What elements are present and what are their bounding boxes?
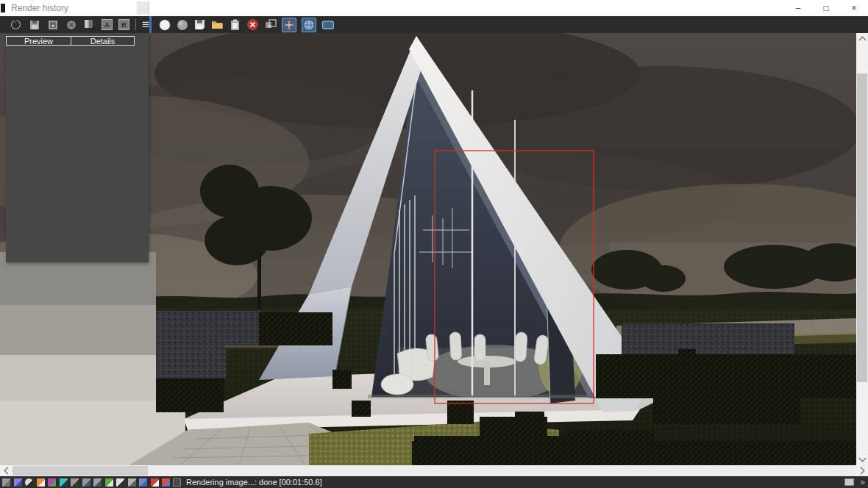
set-b-icon[interactable]: B: [118, 19, 129, 30]
bars-red-blue-icon[interactable]: [162, 478, 170, 487]
window-icon[interactable]: [2, 478, 10, 487]
vertical-scrollbar[interactable]: [856, 33, 868, 465]
app-icon: [1, 4, 5, 12]
toolbar-separator: [135, 19, 136, 30]
gray-sphere-icon[interactable]: [176, 18, 188, 31]
track-mouse-icon[interactable]: [302, 18, 316, 32]
status-right: »: [844, 478, 865, 487]
power-icon[interactable]: [10, 18, 22, 31]
pan-tool-icon[interactable]: [282, 18, 296, 32]
tab-preview[interactable]: Preview: [6, 36, 71, 46]
minimize-button[interactable]: –: [784, 0, 812, 16]
magenta-green-icon[interactable]: [48, 478, 56, 487]
scroll-left-arrow[interactable]: [0, 465, 13, 476]
mountain-icon[interactable]: [71, 478, 79, 487]
panel-tabs: Preview Details: [6, 36, 135, 46]
gear-icon[interactable]: [93, 478, 102, 487]
clipboard-icon[interactable]: [229, 18, 241, 31]
scroll-up-arrow[interactable]: [856, 33, 868, 45]
remove-entry-icon[interactable]: [65, 18, 77, 31]
diagonal-blue-icon[interactable]: [82, 478, 90, 487]
save-icon[interactable]: [28, 18, 40, 31]
open-folder-icon[interactable]: [211, 18, 224, 31]
region-render-icon[interactable]: [321, 18, 334, 31]
window-title: Render history: [11, 3, 68, 13]
status-message: Rendering image...: done [00:01:50.6]: [186, 478, 322, 487]
close-button[interactable]: ×: [840, 0, 868, 16]
vfb-window: { "window": { "title": "Render history",…: [0, 0, 868, 488]
maximize-button[interactable]: □: [812, 0, 840, 16]
scroll-right-arrow[interactable]: [855, 465, 868, 476]
orange-stripe-icon[interactable]: [37, 478, 45, 487]
white-sphere-icon[interactable]: [158, 18, 171, 31]
h-red-icon[interactable]: [151, 478, 159, 487]
photo-green-icon[interactable]: [105, 478, 113, 487]
status-icon-strip: [0, 478, 170, 487]
toolbar-row: A B ≡: [0, 16, 868, 33]
grid-gray-icon[interactable]: [128, 478, 136, 487]
blue-tile-icon[interactable]: [139, 478, 147, 487]
overflow-icon[interactable]: [844, 478, 854, 486]
save-image-icon[interactable]: [193, 18, 206, 31]
save-to-history-icon[interactable]: [46, 18, 59, 31]
chevron-double-icon[interactable]: »: [860, 478, 865, 487]
app-grid-blue-icon[interactable]: [14, 478, 22, 487]
compare-ab-icon[interactable]: [83, 18, 96, 31]
teal-waves-icon[interactable]: [60, 478, 68, 487]
curve-icon[interactable]: [116, 478, 124, 487]
set-a-icon[interactable]: A: [102, 19, 113, 30]
window-controls: – □ ×: [784, 0, 868, 16]
clear-image-icon[interactable]: [246, 18, 259, 31]
horizontal-scroll-thumb[interactable]: [13, 466, 148, 476]
panel-scrollbar-top: [137, 1, 149, 15]
clock-icon[interactable]: [25, 478, 33, 487]
menu-icon[interactable]: ≡: [142, 18, 149, 31]
status-bar: Rendering image...: done [00:01:50.6] »: [0, 476, 868, 488]
titlebar: Render history – □ ×: [0, 0, 868, 16]
tab-details[interactable]: Details: [71, 36, 135, 46]
frame-icon[interactable]: [173, 478, 181, 487]
history-toolbar: A B ≡: [0, 16, 149, 33]
vertical-scroll-thumb[interactable]: [857, 73, 867, 382]
main-toolbar: [152, 16, 334, 33]
render-history-panel: Preview Details: [6, 33, 149, 262]
horizontal-scrollbar[interactable]: [0, 465, 868, 476]
scroll-down-arrow[interactable]: [856, 453, 868, 465]
workspace: Preview Details: [0, 33, 868, 465]
duplicate-view-icon[interactable]: [264, 18, 277, 31]
